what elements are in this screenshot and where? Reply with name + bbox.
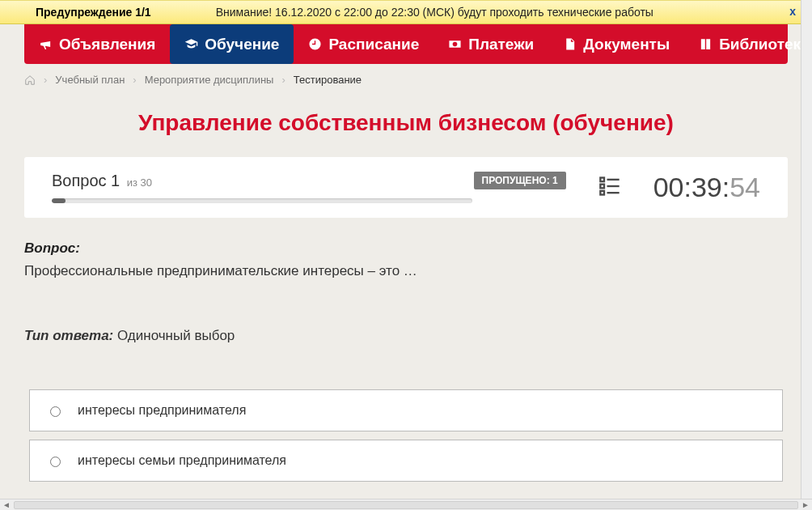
breadcrumb-separator-icon: › [281,74,285,86]
nav-label: Библиотека [719,36,809,53]
warning-message: Внимание! 16.12.2020 с 22:00 до 22:30 (М… [216,6,653,19]
breadcrumb-current: Тестирование [294,74,362,86]
breadcrumb-link-event[interactable]: Мероприятие дисциплины [145,74,274,86]
option-label: интересы семьи предпринимателя [78,453,286,468]
warning-bar: Предупреждение 1/1 Внимание! 16.12.2020 … [0,0,812,24]
nav-payments[interactable]: Платежи [433,24,548,64]
option-radio-0[interactable] [50,406,61,417]
page-title: Управление собственным бизнесом (обучени… [0,110,812,136]
answer-type-label: Тип ответа: [24,328,113,343]
breadcrumb-separator-icon: › [133,74,136,86]
option-row[interactable]: интересы предпринимателя [29,389,783,431]
question-area: Вопрос: Профессиональные предприниматель… [0,218,812,482]
answer-type-value: Одиночный выбор [113,328,235,343]
options-list: интересы предпринимателя интересы семьи … [29,389,783,482]
warning-close-button[interactable]: x [789,5,796,18]
nav-education[interactable]: Обучение [170,24,294,64]
clock-icon [308,37,322,51]
breadcrumb-link-study-plan[interactable]: Учебный план [55,74,125,86]
scroll-left-icon[interactable]: ◄ [2,500,11,509]
question-total: из 30 [127,176,152,189]
nav-label: Платежи [468,36,534,53]
option-row[interactable]: интересы семьи предпринимателя [29,440,783,482]
progress-bar [52,198,472,203]
skipped-badge: ПРОПУЩЕНО: 1 [474,172,566,189]
timer: 00:39:54 [653,172,760,203]
home-icon[interactable] [24,74,36,86]
option-radio-1[interactable] [50,457,61,467]
scroll-right-icon[interactable]: ► [801,500,810,509]
svg-rect-4 [600,190,604,194]
progress-fill [52,198,66,203]
breadcrumb: › Учебный план › Мероприятие дисциплины … [0,64,812,96]
graduation-cap-icon [184,37,198,51]
nav-label: Обучение [205,36,279,53]
nav-label: Расписание [328,36,419,53]
svg-rect-0 [600,177,604,181]
question-list-button[interactable] [598,175,621,201]
question-progress-block: Вопрос 1 из 30 ПРОПУЩЕНО: 1 [52,172,566,203]
nav-schedule[interactable]: Расписание [294,24,433,64]
document-icon [563,37,577,51]
progress-panel: Вопрос 1 из 30 ПРОПУЩЕНО: 1 00:39:54 [24,157,788,218]
breadcrumb-separator-icon: › [44,74,47,86]
question-number: Вопрос 1 [52,172,120,189]
nav-label: Документы [583,36,670,53]
timer-main: 00:39: [653,172,730,202]
svg-rect-2 [600,184,604,188]
main-nav: Объявления Обучение Расписание Платежи Д… [24,24,788,64]
banknote-icon [448,37,462,51]
nav-announcements[interactable]: Объявления [24,24,170,64]
nav-library[interactable]: Библиотека ▾ [684,24,812,64]
answer-type: Тип ответа: Одиночный выбор [24,328,788,344]
horizontal-scrollbar[interactable]: ◄ ► [0,499,812,510]
vertical-scrollbar[interactable] [801,0,812,499]
warning-title: Предупреждение 1/1 [36,6,151,19]
list-icon [598,175,621,198]
nav-documents[interactable]: Документы [548,24,684,64]
book-icon [699,37,713,51]
scroll-track[interactable] [14,501,798,509]
timer-seconds: 54 [730,172,760,202]
nav-label: Объявления [59,36,155,53]
option-label: интересы предпринимателя [78,403,246,418]
question-text: Профессиональные предпринимательские инт… [24,263,788,279]
megaphone-icon [39,37,53,51]
question-header-label: Вопрос: [24,240,788,257]
